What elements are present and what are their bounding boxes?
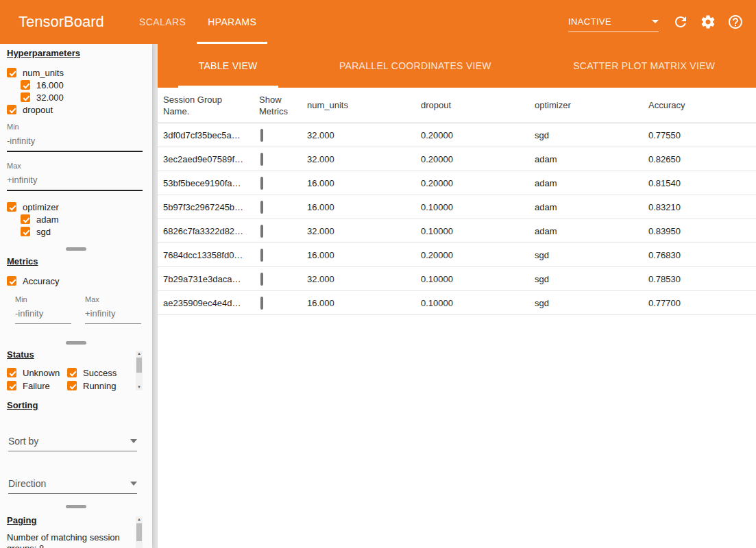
show-metrics-checkbox[interactable] [260, 297, 263, 310]
metrics-section: Metrics Accuracy Min -infinity Max +infi… [7, 256, 143, 324]
show-metrics-checkbox[interactable] [260, 177, 263, 190]
scroll-down-icon[interactable]: ▼ [137, 384, 141, 390]
dropout-min-field: Min -infinity [7, 123, 143, 152]
hparam-optimizer[interactable]: optimizer [7, 201, 143, 213]
dropout-cell: 0.20000 [415, 154, 529, 164]
num-units-cell: 32.000 [302, 226, 415, 236]
dropout-cell: 0.20000 [415, 250, 529, 260]
refresh-icon[interactable] [672, 14, 689, 30]
accuracy-cell: 0.83950 [643, 226, 756, 236]
table-row[interactable]: 3ec2aed9e07589f… 32.000 0.20000 adam 0.8… [158, 147, 756, 171]
session-group-name: 6826c7fa3322d82… [163, 226, 259, 236]
section-resize-handle[interactable] [66, 505, 86, 508]
status-running[interactable]: Running [67, 379, 129, 392]
settings-icon[interactable] [700, 14, 716, 30]
show-metrics-cell [259, 274, 302, 284]
metric-min-input[interactable]: -infinity [15, 306, 71, 324]
reload-status-select[interactable]: INACTIVE [568, 12, 659, 32]
metrics-heading: Metrics [7, 256, 143, 266]
scroll-up-icon[interactable]: ▲ [137, 351, 141, 357]
hparam-value-32[interactable]: 32.000 [21, 91, 143, 103]
show-metrics-cell [259, 226, 302, 236]
dropout-cell: 0.20000 [415, 130, 529, 140]
col-optimizer: optimizer [529, 99, 643, 111]
dropdown-arrow-icon [130, 439, 137, 443]
optimizer-cell: sgd [529, 274, 643, 284]
metric-accuracy[interactable]: Accuracy [7, 275, 143, 287]
min-label: Min [7, 123, 143, 131]
show-metrics-cell [259, 298, 302, 308]
checkbox-icon[interactable] [21, 80, 30, 90]
dropout-max-field: Max +infinity [7, 162, 143, 191]
table-row[interactable]: 7b29a731e3daca… 32.000 0.10000 sgd 0.785… [158, 267, 756, 291]
show-metrics-cell [259, 250, 302, 260]
sort-by-select[interactable]: Sort by [8, 431, 137, 451]
scroll-up-icon[interactable]: ▲ [137, 516, 141, 523]
checkbox-icon[interactable] [7, 381, 16, 390]
session-group-name: ae235909ec4e4d… [163, 298, 259, 308]
checkbox-icon[interactable] [21, 214, 30, 224]
table-row[interactable]: 7684dcc13358fd0… 16.000 0.20000 sgd 0.76… [158, 243, 756, 267]
help-icon[interactable] [727, 14, 744, 30]
show-metrics-checkbox[interactable] [260, 273, 263, 286]
dropout-min-input[interactable]: -infinity [7, 133, 143, 152]
table-row[interactable]: 6826c7fa3322d82… 32.000 0.10000 adam 0.8… [158, 219, 756, 243]
dropout-cell: 0.10000 [415, 226, 529, 236]
table-row[interactable]: 5b97f3c2967245b… 16.000 0.10000 adam 0.8… [158, 195, 756, 219]
dropout-max-input[interactable]: +infinity [7, 172, 143, 191]
optimizer-value-sgd[interactable]: sgd [21, 225, 143, 238]
checkbox-icon[interactable] [7, 202, 16, 212]
metric-max-input[interactable]: +infinity [85, 306, 141, 324]
checkbox-icon[interactable] [7, 276, 16, 286]
status-success[interactable]: Success [67, 366, 129, 379]
table-row[interactable]: 3df0d7cf35bec5a… 32.000 0.20000 sgd 0.77… [158, 123, 756, 147]
scroll-thumb[interactable] [136, 523, 142, 541]
tab-scatter-plot-matrix-view[interactable]: SCATTER PLOT MATRIX VIEW [552, 44, 735, 88]
accuracy-cell: 0.83210 [643, 202, 756, 212]
tab-hparams[interactable]: HPARAMS [197, 0, 267, 44]
checkbox-icon[interactable] [7, 68, 16, 77]
accuracy-cell: 0.81540 [643, 178, 756, 188]
section-resize-handle[interactable] [66, 247, 86, 251]
sessions-table: Session Group Name. Show Metrics num_uni… [158, 88, 756, 548]
show-metrics-checkbox[interactable] [260, 249, 263, 262]
show-metrics-checkbox[interactable] [260, 201, 263, 214]
hparams-sidebar: Hyperparameters num_units 16.000 32.000 … [0, 44, 152, 548]
checkbox-icon[interactable] [67, 381, 77, 390]
accuracy-cell: 0.76830 [643, 250, 756, 260]
paging-scrollbar[interactable]: ▲ [136, 516, 143, 548]
optimizer-cell: sgd [529, 298, 643, 308]
paging-heading: Paging [7, 515, 143, 525]
min-label: Min [15, 295, 71, 303]
app-header: TensorBoard SCALARS HPARAMS INACTIVE [0, 0, 756, 44]
section-resize-handle[interactable] [66, 341, 86, 345]
checkbox-icon[interactable] [7, 105, 16, 114]
status-scrollbar[interactable]: ▲ ▼ [136, 351, 143, 390]
show-metrics-cell [259, 202, 302, 212]
session-group-name: 53bf5bece9190fa… [163, 178, 259, 188]
scroll-thumb[interactable] [136, 358, 142, 373]
hparam-num-units[interactable]: num_units [7, 66, 143, 79]
checkbox-icon[interactable] [21, 227, 30, 236]
optimizer-cell: adam [529, 202, 643, 212]
table-row[interactable]: 53bf5bece9190fa… 16.000 0.20000 adam 0.8… [158, 171, 756, 195]
tab-scalars[interactable]: SCALARS [128, 0, 197, 44]
checkbox-icon[interactable] [67, 368, 77, 377]
show-metrics-checkbox[interactable] [260, 153, 263, 166]
hparam-value-16[interactable]: 16.000 [21, 79, 143, 91]
table-row[interactable]: ae235909ec4e4d… 16.000 0.10000 sgd 0.777… [158, 291, 756, 315]
checkbox-icon[interactable] [21, 92, 30, 102]
show-metrics-checkbox[interactable] [260, 129, 263, 142]
status-failure[interactable]: Failure [7, 379, 67, 392]
show-metrics-checkbox[interactable] [260, 225, 263, 238]
hparam-dropout[interactable]: dropout [7, 103, 143, 116]
optimizer-value-adam[interactable]: adam [21, 213, 143, 225]
num-units-cell: 16.000 [302, 202, 415, 212]
tab-parallel-coordinates-view[interactable]: PARALLEL COORDINATES VIEW [319, 44, 512, 88]
direction-select[interactable]: Direction [8, 473, 137, 494]
col-dropout: dropout [415, 99, 529, 111]
checkbox-icon[interactable] [7, 368, 16, 377]
tab-table-view[interactable]: TABLE VIEW [178, 44, 278, 88]
status-unknown[interactable]: Unknown [7, 366, 67, 379]
table-header: Session Group Name. Show Metrics num_uni… [158, 88, 756, 123]
